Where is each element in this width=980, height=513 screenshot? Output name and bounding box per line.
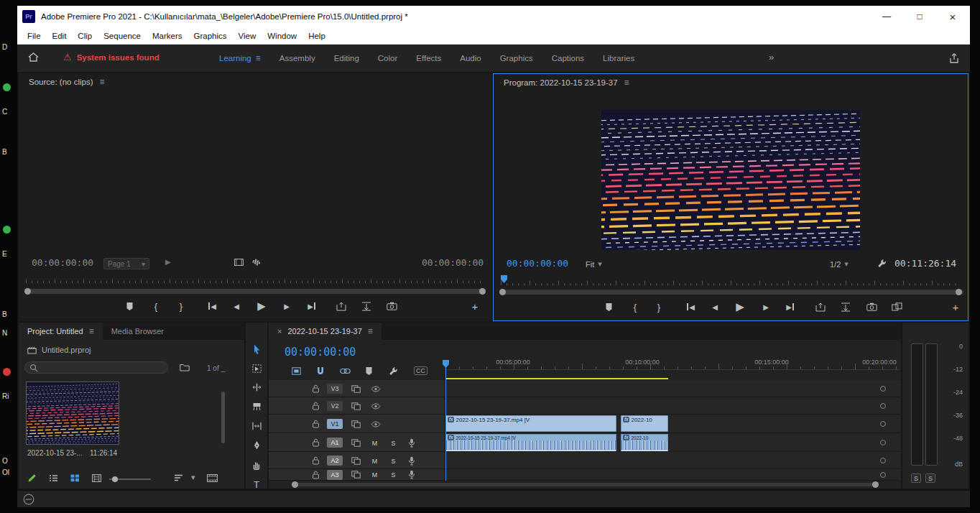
mark-in-button[interactable]: {	[627, 298, 644, 315]
track-badge-a1[interactable]: A1	[327, 438, 343, 448]
track-height-handle[interactable]	[880, 472, 886, 478]
audio-clip-2[interactable]: fx2022-10	[621, 434, 668, 451]
scrollbar-handle[interactable]	[872, 481, 879, 488]
button-editor-button[interactable]: +	[947, 298, 964, 315]
drag-video-icon[interactable]	[234, 259, 244, 266]
menu-sequence[interactable]: Sequence	[98, 27, 147, 45]
video-clip-2[interactable]: fx2022-10	[621, 415, 668, 432]
scrollbar-handle[interactable]	[292, 481, 298, 488]
panel-menu-icon[interactable]: ≡	[99, 77, 104, 87]
chevron-down-icon[interactable]: ▾	[191, 473, 195, 482]
export-icon[interactable]	[948, 52, 960, 64]
lift-button[interactable]	[812, 298, 829, 315]
source-patch-icon[interactable]	[351, 471, 361, 479]
track-lock-icon[interactable]	[312, 402, 320, 410]
track-badge-a2[interactable]: A2	[327, 456, 343, 466]
close-tab-icon[interactable]: ×	[277, 327, 282, 336]
slip-tool[interactable]	[249, 418, 264, 434]
creative-cloud-sync-icon[interactable]	[23, 494, 34, 505]
track-height-handle[interactable]	[880, 458, 886, 463]
workspace-tab-learning[interactable]: Learning ≡	[210, 45, 270, 72]
extract-button[interactable]	[837, 298, 854, 315]
solo-button[interactable]: S	[388, 456, 399, 466]
play-button[interactable]: ▶	[731, 298, 749, 315]
track-visibility-eye-icon[interactable]	[371, 386, 381, 392]
settings-wrench-icon[interactable]	[877, 259, 887, 268]
track-badge-a3[interactable]: A3	[327, 470, 343, 480]
selection-tool[interactable]	[249, 341, 264, 357]
track-visibility-eye-icon[interactable]	[371, 403, 381, 410]
add-marker-button[interactable]	[121, 297, 138, 315]
workspace-tab-assembly[interactable]: Assembly	[270, 45, 325, 72]
menu-edit[interactable]: Edit	[47, 27, 73, 45]
voiceover-mic-icon[interactable]	[408, 438, 415, 448]
clip-thumbnail[interactable]	[26, 382, 119, 445]
linked-selection-icon[interactable]	[340, 368, 351, 374]
captions-cc-icon[interactable]: CC	[414, 366, 427, 375]
panel-menu-icon[interactable]: ≡	[368, 326, 373, 336]
menu-help[interactable]: Help	[302, 27, 331, 45]
audio-clip-1[interactable]: fx2022-10-15 23-19-37.mp4 [V	[445, 434, 616, 451]
step-forward-button[interactable]: ▶	[278, 297, 295, 315]
menu-view[interactable]: View	[233, 27, 262, 45]
project-bin-row[interactable]: Untitled.prproj	[27, 346, 91, 354]
track-badge-v1[interactable]: V1	[327, 419, 343, 429]
panel-menu-icon[interactable]: ≡	[89, 326, 94, 336]
track-lock-icon[interactable]	[312, 471, 320, 479]
source-patch-icon[interactable]	[351, 385, 361, 393]
playback-resolution-select[interactable]: 1/2 ▾	[830, 259, 849, 269]
voiceover-mic-icon[interactable]	[408, 470, 415, 479]
close-button[interactable]: ×	[941, 6, 964, 27]
menu-window[interactable]: Window	[262, 27, 302, 45]
voiceover-mic-icon[interactable]	[408, 456, 415, 466]
track-lock-icon[interactable]	[312, 438, 320, 447]
mute-button[interactable]: M	[369, 470, 380, 479]
add-marker-button[interactable]	[600, 298, 617, 315]
source-patch-icon[interactable]	[351, 439, 361, 447]
panel-menu-icon[interactable]: ≡	[624, 78, 629, 88]
workspace-tab-editing[interactable]: Editing	[325, 45, 369, 72]
scrollbar-handle[interactable]	[479, 288, 486, 295]
list-view-button[interactable]	[49, 474, 58, 482]
snap-magnet-icon[interactable]	[316, 366, 325, 376]
nest-toggle-icon[interactable]	[292, 367, 301, 375]
go-to-in-button[interactable]: ◀	[682, 298, 699, 315]
mute-button[interactable]: M	[369, 456, 380, 466]
workspace-overflow-button[interactable]: »	[769, 52, 774, 63]
mark-out-button[interactable]: }	[172, 297, 190, 315]
program-current-timecode[interactable]: 00:00:00:00	[507, 258, 568, 269]
drag-audio-icon[interactable]	[251, 259, 261, 266]
source-ruler[interactable]	[26, 277, 484, 283]
add-marker-icon[interactable]	[365, 366, 373, 376]
hand-tool[interactable]	[249, 457, 264, 473]
workspace-tab-audio[interactable]: Audio	[450, 45, 490, 72]
tab-project[interactable]: Project: Untitled ≡	[19, 323, 103, 340]
timeline-horizontal-scrollbar[interactable]	[295, 483, 877, 486]
workspace-tab-captions[interactable]: Captions	[542, 45, 593, 72]
zoom-slider-handle[interactable]	[112, 476, 118, 482]
maximize-button[interactable]: □	[908, 6, 931, 27]
workspace-tab-color[interactable]: Color	[369, 45, 407, 72]
track-height-handle[interactable]	[880, 421, 886, 427]
step-back-button[interactable]: ◀	[228, 297, 245, 315]
program-ruler[interactable]	[501, 279, 961, 285]
tab-media-browser[interactable]: Media Browser	[103, 323, 172, 340]
icon-view-button[interactable]	[70, 474, 80, 482]
page-next-icon[interactable]: ▶	[165, 258, 171, 266]
automate-to-sequence-icon[interactable]	[207, 474, 218, 482]
track-lock-icon[interactable]	[312, 456, 320, 465]
solo-left-button[interactable]: S	[911, 473, 921, 483]
system-issues-warning[interactable]: ⚠ System issues found	[63, 52, 160, 63]
sort-icons-button[interactable]	[174, 474, 183, 481]
workspace-tab-effects[interactable]: Effects	[407, 45, 450, 72]
track-height-handle[interactable]	[880, 403, 886, 409]
play-button[interactable]: ▶	[253, 297, 270, 315]
ripple-edit-tool[interactable]	[249, 379, 264, 395]
minimize-button[interactable]: —	[875, 6, 898, 27]
timeline-settings-wrench-icon[interactable]	[389, 366, 398, 376]
menu-clip[interactable]: Clip	[72, 27, 98, 45]
source-patch-icon[interactable]	[351, 402, 361, 410]
video-clip-1[interactable]: fx2022-10-15 23-19-37.mp4 [V	[445, 415, 616, 432]
workspace-tab-graphics[interactable]: Graphics	[491, 45, 542, 72]
solo-button[interactable]: S	[388, 470, 399, 479]
